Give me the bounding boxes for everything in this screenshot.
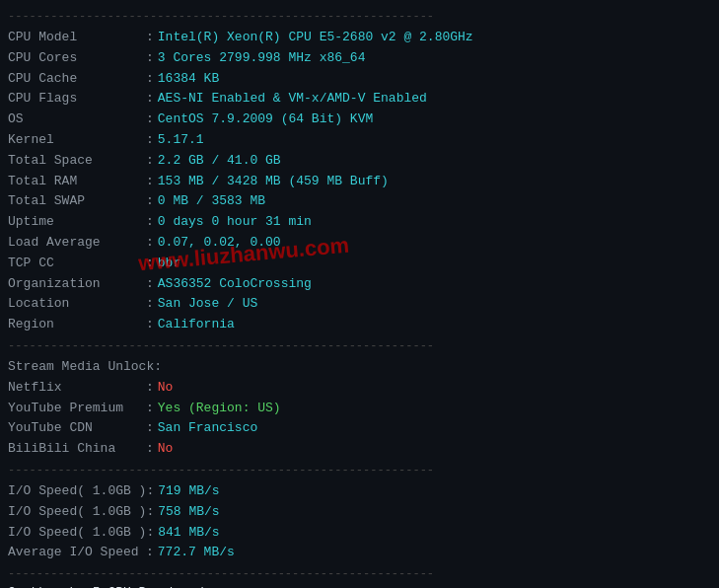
value-kernel: 5.17.1 xyxy=(158,130,204,151)
colon-cpu-cache: : xyxy=(146,69,154,90)
value-tcp-cc: bbr xyxy=(158,254,180,274)
row-cpu-flags: CPU Flags : AES-NI Enabled & VM-x/AMD-V … xyxy=(8,89,711,110)
label-io-3: I/O Speed( 1.0GB ) xyxy=(8,523,146,544)
colon-uptime: : xyxy=(146,212,154,233)
colon-io-1: : xyxy=(146,481,154,502)
label-cpu-model: CPU Model xyxy=(8,28,146,48)
colon-cpu-model: : xyxy=(146,28,154,48)
value-load-average: 0.07, 0.02, 0.00 xyxy=(158,233,281,254)
label-total-space: Total Space xyxy=(8,151,146,172)
label-youtube-premium: YouTube Premium xyxy=(8,399,146,419)
value-total-space: 2.2 GB / 41.0 GB xyxy=(158,151,281,172)
row-total-ram: Total RAM : 153 MB / 3428 MB (459 MB Buf… xyxy=(8,172,711,192)
value-organization: AS36352 ColoCrossing xyxy=(158,274,312,295)
colon-total-ram: : xyxy=(146,172,154,192)
value-location: San Jose / US xyxy=(158,294,257,315)
value-cpu-cores: 3 Cores 2799.998 MHz x86_64 xyxy=(158,48,366,69)
value-netflix: No xyxy=(158,378,174,399)
value-youtube-premium: Yes (Region: US) xyxy=(158,399,281,419)
value-avg-io: 772.7 MB/s xyxy=(158,543,235,563)
row-youtube-premium: YouTube Premium : Yes (Region: US) xyxy=(8,399,711,419)
stream-media-section: Stream Media Unlock : Netflix : No YouTu… xyxy=(8,357,711,460)
value-youtube-cdn: San Francisco xyxy=(158,418,257,439)
colon-os: : xyxy=(146,110,154,130)
terminal-container: ----------------------------------------… xyxy=(8,10,711,588)
colon-stream: : xyxy=(154,357,162,378)
colon-region: : xyxy=(146,315,154,335)
row-io-2: I/O Speed( 1.0GB ) : 758 MB/s xyxy=(8,502,711,523)
colon-total-swap: : xyxy=(146,191,154,212)
label-load-average: Load Average xyxy=(8,233,146,254)
colon-kernel: : xyxy=(146,130,154,151)
label-total-swap: Total SWAP xyxy=(8,191,146,212)
row-cpu-cache: CPU Cache : 16384 KB xyxy=(8,69,711,90)
label-uptime: Uptime xyxy=(8,212,146,233)
divider-geekbench: ----------------------------------------… xyxy=(8,567,711,581)
label-cpu-cores: CPU Cores xyxy=(8,48,146,69)
value-total-ram: 153 MB / 3428 MB (459 MB Buff) xyxy=(158,172,389,192)
row-load-average: Load Average : 0.07, 0.02, 0.00 xyxy=(8,233,711,254)
label-netflix: Netflix xyxy=(8,378,146,399)
label-location: Location xyxy=(8,294,146,315)
row-kernel: Kernel : 5.17.1 xyxy=(8,130,711,151)
row-total-space: Total Space : 2.2 GB / 41.0 GB xyxy=(8,151,711,172)
colon-location: : xyxy=(146,294,154,315)
row-netflix: Netflix : No xyxy=(8,378,711,399)
value-cpu-cache: 16384 KB xyxy=(158,69,219,90)
colon-organization: : xyxy=(146,274,154,295)
label-io-1: I/O Speed( 1.0GB ) xyxy=(8,481,146,502)
label-youtube-cdn: YouTube CDN xyxy=(8,418,146,439)
label-cpu-cache: CPU Cache xyxy=(8,69,146,90)
value-total-swap: 0 MB / 3583 MB xyxy=(158,191,265,212)
colon-tcp-cc: : xyxy=(146,254,154,274)
value-region: California xyxy=(158,315,235,335)
row-region: Region : California xyxy=(8,315,711,335)
label-avg-io: Average I/O Speed xyxy=(8,543,146,563)
label-cpu-flags: CPU Flags xyxy=(8,89,146,110)
divider-io: ----------------------------------------… xyxy=(8,464,711,478)
row-os: OS : CentOS 7.9.2009 (64 Bit) KVM xyxy=(8,110,711,130)
label-stream-title: Stream Media Unlock xyxy=(8,357,154,378)
colon-cpu-cores: : xyxy=(146,48,154,69)
row-io-3: I/O Speed( 1.0GB ) : 841 MB/s xyxy=(8,523,711,544)
colon-youtube-premium: : xyxy=(146,399,154,419)
row-tcp-cc: TCP CC : bbr xyxy=(8,254,711,274)
label-tcp-cc: TCP CC xyxy=(8,254,146,274)
colon-avg-io: : xyxy=(146,543,154,563)
row-avg-io: Average I/O Speed : 772.7 MB/s xyxy=(8,543,711,563)
row-io-1: I/O Speed( 1.0GB ) : 719 MB/s xyxy=(8,481,711,502)
value-bilibili: No xyxy=(158,439,174,460)
label-os: OS xyxy=(8,110,146,130)
divider-stream: ----------------------------------------… xyxy=(8,339,711,353)
value-cpu-flags: AES-NI Enabled & VM-x/AMD-V Enabled xyxy=(158,89,427,110)
row-stream-title: Stream Media Unlock : xyxy=(8,357,711,378)
value-io-1: 719 MB/s xyxy=(158,481,219,502)
row-uptime: Uptime : 0 days 0 hour 31 min xyxy=(8,212,711,233)
system-info-section: CPU Model : Intel(R) Xeon(R) CPU E5-2680… xyxy=(8,28,711,335)
label-region: Region xyxy=(8,315,146,335)
colon-cpu-flags: : xyxy=(146,89,154,110)
row-youtube-cdn: YouTube CDN : San Francisco xyxy=(8,418,711,439)
label-organization: Organization xyxy=(8,274,146,295)
divider-top: ----------------------------------------… xyxy=(8,10,711,24)
value-uptime: 0 days 0 hour 31 min xyxy=(158,212,312,233)
label-kernel: Kernel xyxy=(8,130,146,151)
label-bilibili: BiliBili China xyxy=(8,439,146,460)
value-io-2: 758 MB/s xyxy=(158,502,219,523)
row-cpu-model: CPU Model : Intel(R) Xeon(R) CPU E5-2680… xyxy=(8,28,711,48)
row-cpu-cores: CPU Cores : 3 Cores 2799.998 MHz x86_64 xyxy=(8,48,711,69)
row-total-swap: Total SWAP : 0 MB / 3583 MB xyxy=(8,191,711,212)
colon-bilibili: : xyxy=(146,439,154,460)
value-io-3: 841 MB/s xyxy=(158,523,219,544)
colon-io-3: : xyxy=(146,523,154,544)
io-speed-section: I/O Speed( 1.0GB ) : 719 MB/s I/O Speed(… xyxy=(8,481,711,563)
colon-youtube-cdn: : xyxy=(146,418,154,439)
value-os: CentOS 7.9.2009 (64 Bit) KVM xyxy=(158,110,373,130)
row-bilibili: BiliBili China : No xyxy=(8,439,711,460)
colon-netflix: : xyxy=(146,378,154,399)
label-io-2: I/O Speed( 1.0GB ) xyxy=(8,502,146,523)
colon-total-space: : xyxy=(146,151,154,172)
row-location: Location : San Jose / US xyxy=(8,294,711,315)
colon-io-2: : xyxy=(146,502,154,523)
row-organization: Organization : AS36352 ColoCrossing xyxy=(8,274,711,295)
